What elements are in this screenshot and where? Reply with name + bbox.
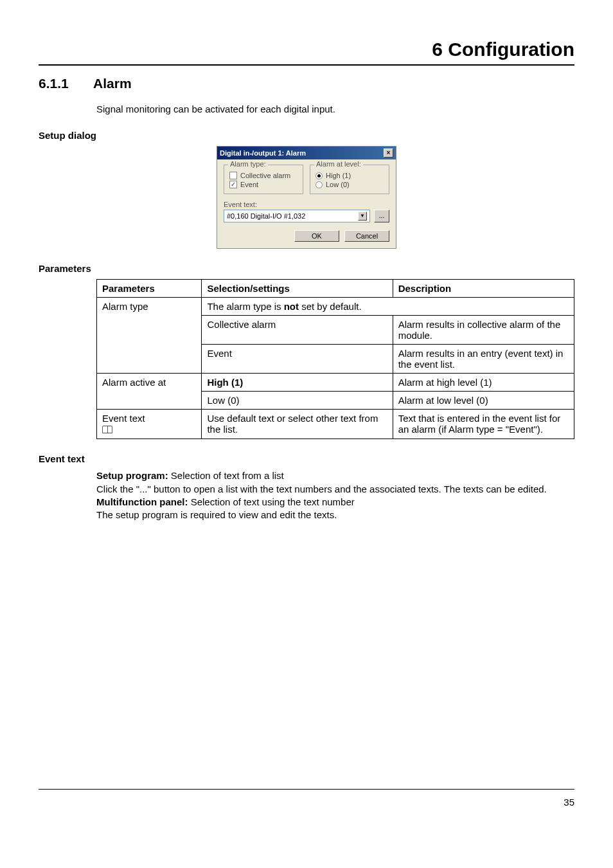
section-heading: 6.1.1 Alarm (39, 76, 574, 91)
collective-alarm-label: Collective alarm (240, 172, 290, 179)
desc-event: Alarm results in an entry (event text) i… (393, 345, 574, 374)
high-radio[interactable]: High (1) (315, 172, 384, 179)
setup-program-text: Selection of text from a list (168, 470, 284, 481)
sel-collective: Collective alarm (202, 316, 393, 345)
sel-high: High (1) (202, 374, 393, 392)
desc-low: Alarm at low level (0) (393, 392, 574, 410)
alarm-type-group: Alarm type: Collective alarm ✓ Event (224, 165, 303, 194)
alarm-type-legend: Alarm type: (228, 160, 268, 168)
event-text-heading: Event text (39, 453, 574, 464)
section-title: Alarm (93, 76, 132, 91)
footer-rule (39, 789, 574, 790)
sel-event-text: Use default text or select other text fr… (202, 410, 393, 439)
sel-low: Low (0) (202, 392, 393, 410)
setup-dialog-heading: Setup dialog (39, 130, 574, 141)
table-row: Alarm type The alarm type is not set by … (97, 298, 574, 316)
event-text-p2: The setup program is required to view an… (96, 509, 574, 521)
collective-alarm-checkbox[interactable]: Collective alarm (229, 172, 298, 179)
text: The alarm type is (207, 301, 283, 312)
alarm-type-default: The alarm type is not set by default. (202, 298, 574, 316)
intro-text: Signal monitoring can be activated for e… (96, 103, 574, 116)
event-checkbox[interactable]: ✓ Event (229, 181, 298, 188)
dialog-title-text: Digital in-/output 1: Alarm (220, 149, 306, 157)
event-text-body: Setup program: Selection of text from a … (96, 469, 574, 521)
parameters-table: Parameters Selection/settings Descriptio… (96, 279, 574, 439)
checkbox-icon: ✓ (229, 181, 237, 188)
desc-collective: Alarm results in collective alarm of the… (393, 316, 574, 345)
low-label: Low (0) (326, 181, 350, 188)
setup-program-label: Setup program: (96, 470, 168, 481)
event-text-label: Event text: (224, 201, 389, 208)
desc-event-text: Text that is entered in the event list f… (393, 410, 574, 439)
multifunction-text: Selection of text using the text number (188, 496, 354, 507)
low-radio[interactable]: Low (0) (315, 181, 384, 188)
page-header: 6 Configuration (39, 39, 574, 66)
text-bold: not (284, 301, 299, 312)
alarm-level-group: Alarm at level: High (1) Low (0) (310, 165, 389, 194)
chevron-down-icon: ▼ (358, 212, 367, 221)
text: set by default. (299, 301, 362, 312)
sel-event: Event (202, 345, 393, 374)
col-selection: Selection/settings (202, 280, 393, 298)
event-label: Event (240, 181, 258, 188)
col-description: Description (393, 280, 574, 298)
text: Event text (102, 413, 145, 424)
high-label: High (1) (326, 172, 351, 179)
table-row: Event text Use default text or select ot… (97, 410, 574, 439)
page-number: 35 (564, 797, 574, 808)
book-icon (102, 426, 112, 433)
text-bold: High (1) (207, 377, 243, 388)
dialog-titlebar: Digital in-/output 1: Alarm × (217, 147, 396, 159)
alarm-dialog: Digital in-/output 1: Alarm × Alarm type… (217, 146, 396, 249)
cancel-button[interactable]: Cancel (344, 230, 389, 242)
checkbox-icon (229, 172, 237, 179)
col-parameters: Parameters (97, 280, 202, 298)
event-text-p1: Click the "..." button to open a list wi… (96, 483, 574, 496)
param-alarm-type: Alarm type (97, 298, 202, 374)
radio-icon (315, 172, 323, 179)
table-header-row: Parameters Selection/settings Descriptio… (97, 280, 574, 298)
param-event-text: Event text (97, 410, 202, 439)
desc-high: Alarm at high level (1) (393, 374, 574, 392)
browse-button[interactable]: ... (374, 210, 389, 222)
combo-value: #0,160 Digital-I/O #1,032 (227, 212, 305, 220)
close-icon[interactable]: × (384, 149, 393, 158)
parameters-heading: Parameters (39, 263, 574, 274)
section-number: 6.1.1 (39, 76, 90, 91)
alarm-level-legend: Alarm at level: (314, 160, 363, 168)
table-row: Alarm active at High (1) Alarm at high l… (97, 374, 574, 392)
radio-icon (315, 181, 323, 188)
multifunction-label: Multifunction panel: (96, 496, 188, 507)
event-text-combo[interactable]: #0,160 Digital-I/O #1,032 ▼ (224, 210, 370, 222)
param-alarm-active: Alarm active at (97, 374, 202, 410)
ok-button[interactable]: OK (294, 230, 339, 242)
